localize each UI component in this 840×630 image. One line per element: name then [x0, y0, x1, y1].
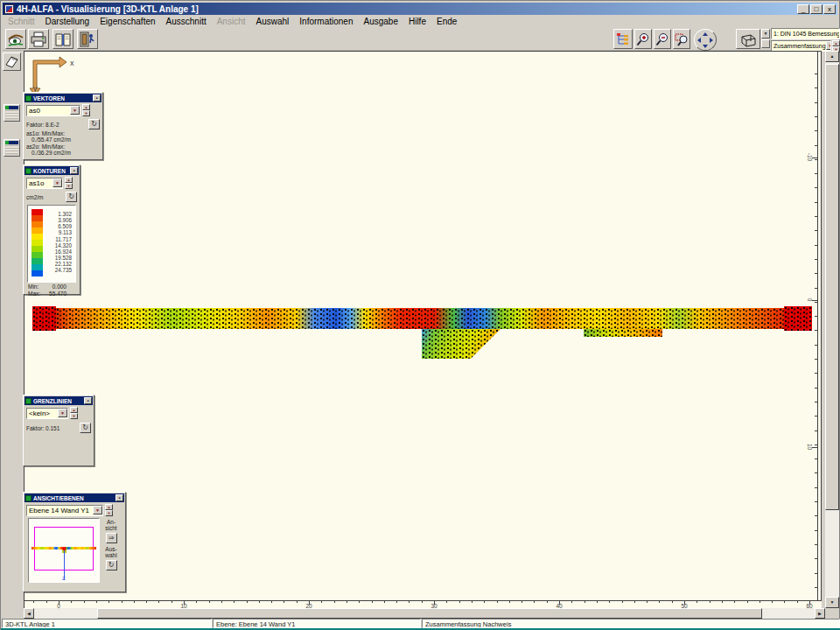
documentation-button[interactable]: [52, 29, 74, 49]
pan-control[interactable]: [694, 29, 717, 51]
scroll-down-icon[interactable]: ▼: [825, 597, 839, 608]
chevron-down-icon[interactable]: ▼: [52, 178, 62, 187]
menu-auswahl[interactable]: Auswahl: [251, 17, 295, 26]
close-icon[interactable]: ▪: [93, 94, 101, 102]
ruler-tick: [815, 416, 817, 416]
ruler-tick: [815, 273, 817, 274]
ruler-tick: [815, 173, 817, 174]
design-code-select[interactable]: 1: DIN 1045 Bemessung ▼: [771, 28, 840, 39]
menu-bar: SchnittDarstellungEigenschaftenAusschnit…: [3, 16, 837, 27]
minimize-button[interactable]: _: [797, 4, 809, 14]
ansicht-button[interactable]: ⇒: [106, 533, 117, 543]
ruler-tick: [672, 601, 673, 603]
ruler-tick: [196, 601, 197, 603]
vektoren-select[interactable]: as0 ▼: [26, 105, 80, 116]
scale-swatch: [32, 234, 43, 240]
menu-eigenschaften[interactable]: Eigenschaften: [94, 17, 160, 26]
scale-swatch: [32, 264, 43, 270]
refresh-icon[interactable]: ↻: [88, 119, 100, 130]
print-button[interactable]: [28, 29, 49, 49]
ruler-tick: [815, 530, 817, 531]
scale-value: 14.320: [55, 242, 72, 248]
zoom-out-button[interactable]: [654, 29, 671, 49]
scroll-up-icon[interactable]: ▲: [825, 51, 839, 62]
view-3d-button[interactable]: [736, 29, 760, 49]
menu-informationen[interactable]: Informationen: [294, 17, 358, 26]
refresh-icon[interactable]: ↻: [66, 192, 77, 202]
title-bar[interactable]: 4H-ALFA - Visualisierung [3D-KTL Anlage …: [3, 3, 837, 15]
chevron-down-icon[interactable]: ▼: [70, 106, 80, 115]
mini-titlebar: [5, 141, 18, 144]
view-3d-dropdown[interactable]: ▼: [761, 29, 770, 49]
ruler-tick: [815, 316, 817, 317]
ebene-select[interactable]: Ebene 14 Wand Y1 ▼: [26, 505, 103, 516]
ebene-spinner[interactable]: ▲▼: [105, 504, 113, 516]
maximize-button[interactable]: □: [810, 4, 822, 14]
chevron-down-icon[interactable]: ▼: [58, 409, 67, 417]
ruler-tick: [584, 601, 585, 603]
grenzlinien-select[interactable]: <kein> ▼: [26, 408, 68, 419]
scale-value: 3.906: [55, 217, 72, 223]
left-toolbar: [1, 51, 24, 608]
view-settings-button[interactable]: [5, 29, 26, 49]
ruler-tick: [459, 601, 460, 603]
menu-hilfe[interactable]: Hilfe: [403, 17, 431, 26]
h-scroll-thumb[interactable]: [97, 608, 762, 619]
close-icon[interactable]: ▪: [70, 167, 78, 174]
ruler-tick: [609, 601, 610, 603]
v-scroll-thumb[interactable]: [825, 64, 839, 510]
min-value: 0.000: [52, 284, 75, 290]
konturen-spinner[interactable]: ▲▼: [65, 177, 73, 189]
menu-darstellung[interactable]: Darstellung: [40, 17, 95, 26]
menu-ausschnitt[interactable]: Ausschnitt: [161, 17, 212, 26]
zoom-window-button[interactable]: [673, 29, 690, 49]
status-project: 3D-KTL Anlage 1: [2, 619, 212, 628]
app-icon: [4, 4, 14, 14]
panel-titlebar[interactable]: ANSICHT/EBENEN ▪: [24, 494, 124, 502]
v-scrollbar[interactable]: ▲ ▼: [825, 51, 839, 608]
ruler-tick: [815, 515, 817, 516]
panel-titlebar[interactable]: VEKTOREN ▪: [24, 94, 102, 102]
minimized-panel-2[interactable]: [4, 139, 20, 157]
plane-preview[interactable]: Z: [28, 518, 100, 583]
panel-titlebar[interactable]: KONTUREN ▪: [24, 166, 79, 175]
menu-ende[interactable]: Ende: [431, 17, 462, 26]
scroll-right-icon[interactable]: ▶: [815, 608, 825, 619]
ruler-tick: [722, 601, 723, 603]
minimap-origin: [63, 548, 66, 550]
panel-titlebar[interactable]: GRENZLINIEN ▪: [24, 396, 93, 405]
vektoren-spinner[interactable]: ▲▼: [82, 104, 90, 116]
v-ruler-label: 10: [807, 441, 813, 453]
close-icon[interactable]: ▪: [116, 494, 123, 501]
grenzlinien-spinner[interactable]: ▲▼: [70, 407, 78, 419]
close-icon[interactable]: ▪: [84, 397, 92, 404]
auswahl-button[interactable]: ↻: [106, 560, 117, 570]
refresh-icon[interactable]: ↻: [80, 423, 91, 433]
zoom-out-icon: [655, 32, 669, 46]
ruler-tick: [622, 601, 623, 603]
h-scrollbar[interactable]: ◀ ▶: [24, 608, 825, 619]
ruler-tick: [815, 88, 817, 88]
zoom-in-button[interactable]: [634, 29, 652, 49]
menu-ansicht: Ansicht: [212, 17, 251, 26]
scroll-left-icon[interactable]: ◀: [24, 608, 34, 619]
exit-button[interactable]: [77, 29, 98, 49]
chevron-down-icon[interactable]: ▼: [93, 506, 102, 514]
structure-tree-button[interactable]: [613, 29, 633, 49]
spin-up-icon[interactable]: ▲: [832, 40, 840, 46]
konturen-select[interactable]: as1o ▼: [26, 178, 63, 189]
scale-swatch: [32, 240, 43, 246]
stress-band-substrip: [584, 329, 662, 337]
ruler-tick: [815, 302, 817, 303]
result-select[interactable]: Zusammenfassung ▼: [771, 40, 831, 52]
plane-select-button[interactable]: [3, 52, 21, 71]
minimized-panel-1[interactable]: [4, 104, 20, 122]
ruler-tick: [146, 601, 147, 603]
vektoren-as1o-label: as1o: Min/Max:: [26, 130, 65, 136]
close-button[interactable]: x: [823, 4, 836, 14]
chevron-down-icon[interactable]: ▼: [826, 41, 831, 50]
ruler-tick: [696, 601, 697, 603]
ruler-tick: [158, 601, 159, 603]
ruler-tick: [547, 601, 548, 603]
menu-ausgabe[interactable]: Ausgabe: [358, 17, 402, 26]
